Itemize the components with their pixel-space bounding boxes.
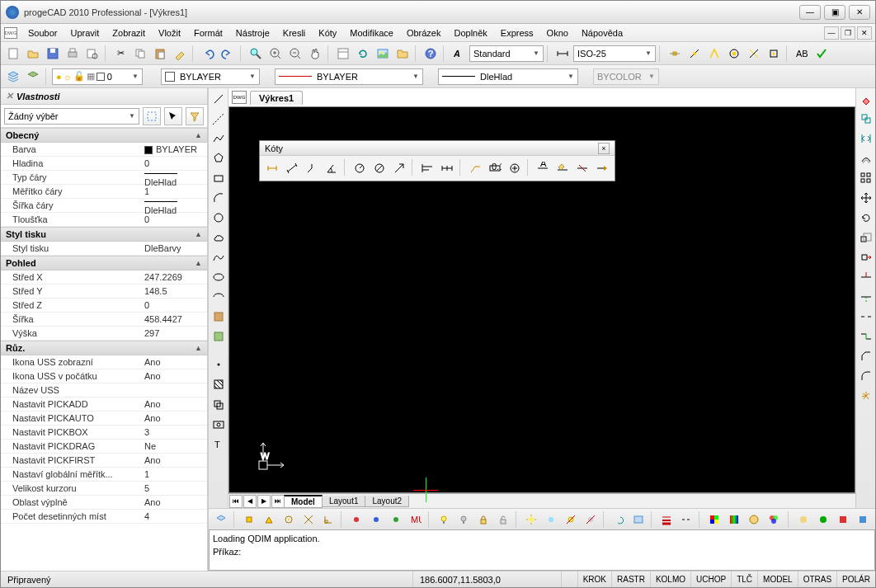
preview-icon[interactable] <box>83 45 101 63</box>
rgb-icon[interactable] <box>765 510 783 529</box>
insert-block-icon[interactable] <box>210 308 228 326</box>
dim-aligned-icon[interactable] <box>283 159 301 177</box>
truecolor-icon[interactable] <box>705 510 723 529</box>
new-icon[interactable] <box>4 45 22 63</box>
chamfer-icon[interactable] <box>857 347 875 365</box>
menu-okno[interactable]: Okno <box>541 26 574 40</box>
menu-upravit[interactable]: Upravit <box>64 26 105 40</box>
explode-icon[interactable] <box>857 387 875 405</box>
toggle-tlc[interactable]: TLČ <box>731 572 757 587</box>
ellipse-icon[interactable] <box>210 268 228 286</box>
refresh-icon[interactable] <box>354 45 372 63</box>
redo-icon[interactable] <box>219 45 237 63</box>
trim-icon[interactable] <box>857 268 875 286</box>
snap1-icon[interactable] <box>666 45 684 63</box>
menu-nastroje[interactable]: Nástroje <box>230 26 276 40</box>
join-icon[interactable] <box>857 327 875 346</box>
toggle-rastr[interactable]: RASTR <box>611 572 650 587</box>
minimize-button[interactable]: — <box>799 5 821 20</box>
maximize-button[interactable]: ▣ <box>824 5 845 20</box>
dot-blue-icon[interactable] <box>367 510 385 529</box>
dim-update-icon[interactable] <box>593 159 611 177</box>
menu-doplnek[interactable]: Doplněk <box>448 26 492 40</box>
revision-cloud-icon[interactable] <box>210 228 228 247</box>
pan-icon[interactable] <box>306 45 324 63</box>
snap3-icon[interactable] <box>705 45 723 63</box>
undo2-icon[interactable] <box>610 510 628 529</box>
dim-linear-icon[interactable] <box>263 159 281 177</box>
find-icon[interactable] <box>247 45 265 63</box>
image-icon[interactable] <box>374 45 392 63</box>
lineweight-combo[interactable]: DleHlad▼ <box>438 68 578 85</box>
dot-red-icon[interactable] <box>347 510 365 529</box>
circle-icon[interactable] <box>210 209 228 227</box>
copy-icon[interactable] <box>131 45 149 63</box>
properties-icon[interactable] <box>334 45 352 63</box>
menu-modifikace[interactable]: Modifikace <box>344 26 399 40</box>
spline-icon[interactable] <box>210 248 228 266</box>
drawing-canvas[interactable]: Kóty× <box>228 106 855 493</box>
menu-express[interactable]: Express <box>495 26 539 40</box>
camera-icon[interactable] <box>210 415 228 433</box>
help-icon[interactable]: ? <box>422 45 440 63</box>
lock2-icon[interactable] <box>474 510 492 529</box>
toggle-kolmo[interactable]: KOLMO <box>650 572 690 587</box>
print-icon[interactable] <box>64 45 82 63</box>
render4-icon[interactable] <box>854 510 872 529</box>
extend-icon[interactable] <box>857 288 875 306</box>
menu-koty[interactable]: Kóty <box>313 26 342 40</box>
tab-prev-icon[interactable]: ◀ <box>243 495 257 508</box>
dim-textedit-icon[interactable] <box>553 159 572 177</box>
sun3-icon[interactable] <box>562 510 580 529</box>
stretch-icon[interactable] <box>857 248 875 266</box>
close-button[interactable]: ✕ <box>849 5 870 20</box>
dim-override-icon[interactable] <box>573 159 591 177</box>
move-icon[interactable] <box>857 189 875 207</box>
menu-obrazek[interactable]: Obrázek <box>401 26 447 40</box>
tab-model[interactable]: Model <box>284 495 323 508</box>
dim-radius-icon[interactable] <box>351 159 369 177</box>
bulb1-icon[interactable] <box>435 510 453 529</box>
koty-toolbar[interactable]: Kóty× <box>259 140 615 181</box>
dim-centermark-icon[interactable] <box>506 159 524 177</box>
linetype2-icon[interactable] <box>677 510 695 529</box>
layer-manager-icon[interactable] <box>4 68 22 86</box>
rotate-icon[interactable] <box>857 209 875 227</box>
mdi-minimize[interactable]: — <box>824 26 839 40</box>
dim-continue-icon[interactable] <box>438 159 456 177</box>
region-icon[interactable] <box>210 395 228 413</box>
tab-last-icon[interactable]: ⏭ <box>271 495 285 508</box>
make-block-icon[interactable] <box>210 327 228 346</box>
toggle-krok[interactable]: KROK <box>577 572 611 587</box>
break-icon[interactable] <box>857 308 875 326</box>
tab-layout1[interactable]: Layout1 <box>322 496 366 507</box>
dim-baseline-icon[interactable] <box>418 159 436 177</box>
dim-diameter-icon[interactable] <box>370 159 389 177</box>
dim-angular-icon[interactable] <box>323 159 341 177</box>
tick-icon[interactable] <box>812 45 831 63</box>
sun2-icon[interactable] <box>542 510 560 529</box>
render2-icon[interactable] <box>814 510 832 529</box>
multi-icon[interactable]: MULT <box>407 510 425 529</box>
array-icon[interactable] <box>857 169 875 187</box>
snap4-icon[interactable] <box>725 45 743 63</box>
tab-next-icon[interactable]: ▶ <box>257 495 271 508</box>
open-icon[interactable] <box>24 45 42 63</box>
linetype-combo[interactable]: BYLAYER▼ <box>275 68 423 85</box>
save-icon[interactable] <box>44 45 62 63</box>
line-icon[interactable] <box>210 90 228 108</box>
ellipse-arc-icon[interactable] <box>210 288 228 306</box>
tab-layout2[interactable]: Layout2 <box>365 496 409 507</box>
koty-close-icon[interactable]: × <box>598 143 610 154</box>
menu-soubor[interactable]: Soubor <box>22 26 63 40</box>
osnap-cen-icon[interactable] <box>280 510 298 529</box>
cut-icon[interactable]: ✂ <box>111 45 130 63</box>
dim-ordinate-icon[interactable] <box>303 159 321 177</box>
undo-icon[interactable] <box>199 45 217 63</box>
copy2-icon[interactable] <box>857 110 875 128</box>
matchprop-icon[interactable] <box>171 45 189 63</box>
textstyle-combo[interactable]: Standard▼ <box>469 45 544 62</box>
sun1-icon[interactable] <box>522 510 540 529</box>
toggle-uchop[interactable]: UCHOP <box>690 572 731 587</box>
doc-tab[interactable]: Výkres1 <box>250 91 303 105</box>
